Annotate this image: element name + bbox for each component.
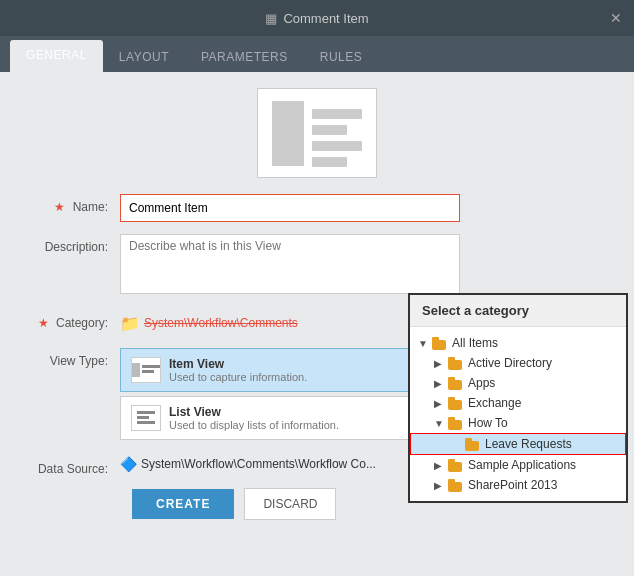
tree-label-active-directory: Active Directory [468,356,618,370]
list-view-desc: Used to display lists of information. [169,419,339,431]
item-view-title: Item View [169,357,307,371]
name-label: ★ Name: [20,194,120,214]
title-bar-icon: ▦ [265,11,277,26]
expand-apps: ▶ [434,378,446,389]
tab-general[interactable]: GENERAL [10,40,103,72]
title-bar-title: Comment Item [283,11,368,26]
description-label: Description: [20,234,120,254]
item-view-desc: Used to capture information. [169,371,307,383]
tab-rules[interactable]: RULES [304,42,379,72]
tree-item-leave-requests[interactable]: Leave Requests [410,433,626,455]
icon-line-2 [142,370,154,373]
tree-label-apps: Apps [468,376,618,390]
category-required-star: ★ [38,316,49,330]
tree-item-sample-applications[interactable]: ▶ Sample Applications [410,455,626,475]
tabs-bar: GENERAL LAYOUT PARAMETERS RULES [0,36,634,72]
datasource-icon: 🔷 [120,456,137,472]
preview-line-2 [312,125,347,135]
category-value: System\Workflow\Comments [144,316,415,330]
preview-left [272,101,304,166]
popup-header: Select a category [410,295,626,327]
folder-icon-sharepoint-2013 [448,479,464,492]
datasource-value: System\Workflow\Comments\Workflow Co... [141,457,376,471]
category-label: ★ Category: [20,310,120,330]
description-row: Description: [20,234,614,298]
close-button[interactable]: ✕ [610,10,622,26]
tree-label-how-to: How To [468,416,618,430]
tree-item-apps[interactable]: ▶ Apps [410,373,626,393]
folder-icon-sample-applications [448,459,464,472]
preview-box [257,88,377,178]
data-source-label: Data Source: [20,456,120,476]
view-type-label: View Type: [20,348,120,368]
discard-button[interactable]: DISCARD [244,488,336,520]
icon-block [132,363,140,377]
name-required-star: ★ [54,200,65,214]
tree-label-all-items: All Items [452,336,618,350]
name-row: ★ Name: [20,194,614,222]
name-input[interactable] [120,194,460,222]
expand-active-directory: ▶ [434,358,446,369]
category-popup: Select a category ▼ All Items ▶ Active D… [408,293,628,503]
expand-sharepoint-2013: ▶ [434,480,446,491]
expand-all-items: ▼ [418,338,430,349]
icon-line-1 [142,365,160,368]
folder-icon-apps [448,377,464,390]
preview-line-4 [312,157,347,167]
icon-lines [142,365,160,375]
tree-label-exchange: Exchange [468,396,618,410]
list-view-title: List View [169,405,339,419]
popup-tree: ▼ All Items ▶ Active Directory ▶ Apps ▶ … [410,327,626,501]
tab-layout[interactable]: LAYOUT [103,42,185,72]
tree-item-all-items[interactable]: ▼ All Items [410,333,626,353]
tree-item-exchange[interactable]: ▶ Exchange [410,393,626,413]
expand-exchange: ▶ [434,398,446,409]
icon-lines-list [137,411,155,426]
list-view-icon [131,405,161,431]
preview-area [20,88,614,178]
preview-line-1 [312,109,362,119]
preview-right [312,109,362,173]
item-view-text: Item View Used to capture information. [169,357,307,383]
name-control-wrap [120,194,614,222]
expand-sample-applications: ▶ [434,460,446,471]
list-line-2 [137,416,149,419]
tab-parameters[interactable]: PARAMETERS [185,42,304,72]
tree-item-how-to[interactable]: ▼ How To [410,413,626,433]
folder-icon-active-directory [448,357,464,370]
description-control-wrap [120,234,614,298]
expand-how-to: ▼ [434,418,446,429]
create-button[interactable]: CREATE [132,489,234,519]
tree-item-sharepoint-2013[interactable]: ▶ SharePoint 2013 [410,475,626,495]
folder-icon-all-items [432,337,448,350]
folder-icon-how-to [448,417,464,430]
description-textarea[interactable] [120,234,460,294]
list-line-3 [137,421,155,424]
tree-label-sample-applications: Sample Applications [468,458,618,472]
folder-icon-exchange [448,397,464,410]
item-view-icon [131,357,161,383]
title-bar: ▦ Comment Item ✕ [0,0,634,36]
folder-icon: 📁 [120,314,140,333]
tree-label-sharepoint-2013: SharePoint 2013 [468,478,618,492]
preview-inner [272,101,362,166]
list-line-1 [137,411,155,414]
tree-item-active-directory[interactable]: ▶ Active Directory [410,353,626,373]
preview-line-3 [312,141,362,151]
list-view-text: List View Used to display lists of infor… [169,405,339,431]
folder-icon-leave-requests [465,438,481,451]
tree-label-leave-requests: Leave Requests [485,437,617,451]
